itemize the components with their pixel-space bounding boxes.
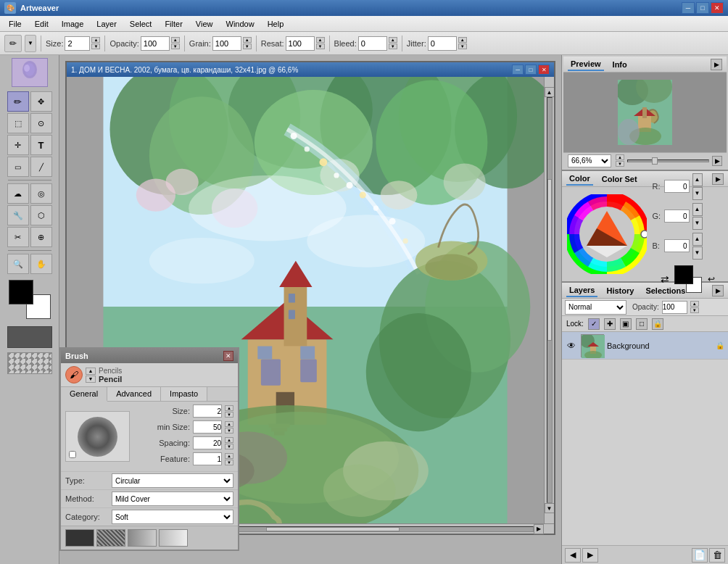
h-scroll-thumb[interactable] (266, 527, 400, 531)
bucket-tool[interactable]: ⬡ (30, 205, 52, 225)
b-input[interactable] (664, 239, 690, 252)
feature-down-btn[interactable]: ▼ (225, 460, 233, 465)
menu-window[interactable]: Window (220, 18, 260, 30)
menu-view[interactable]: View (190, 18, 219, 30)
layers-nav-left-btn[interactable]: ◀ (565, 548, 581, 563)
layer-lock-icon[interactable]: 🔒 (715, 341, 725, 351)
smudge-tool[interactable]: ☁ (7, 183, 29, 204)
resat-down-btn[interactable]: ▼ (316, 43, 325, 49)
brush-tool-btn[interactable]: ✏ (4, 35, 22, 52)
brush-next-btn[interactable]: ▼ (86, 376, 96, 383)
foreground-color-swatch[interactable] (9, 280, 33, 304)
layer-visibility-icon[interactable]: 👁 (565, 339, 578, 352)
blur-tool[interactable]: ◎ (30, 183, 52, 204)
lock-transparency-btn[interactable]: ✓ (588, 318, 600, 330)
size-down-btn[interactable]: ▼ (91, 43, 100, 49)
min-size-down-btn[interactable]: ▼ (225, 428, 233, 434)
zoom-select[interactable]: 66,6% 50% 100% (568, 154, 611, 167)
menu-help[interactable]: Help (262, 18, 290, 30)
r-input[interactable] (664, 180, 690, 193)
g-input[interactable] (664, 210, 690, 223)
opacity-input[interactable] (662, 301, 687, 314)
opacity-down-btn[interactable]: ▼ (171, 43, 180, 49)
zoom-slider-track[interactable] (627, 159, 709, 162)
g-up-btn[interactable]: ▲ (692, 203, 703, 216)
grain-input[interactable] (212, 36, 241, 51)
zoom-up-btn[interactable]: ▲ (616, 154, 624, 160)
eraser-tool[interactable]: ✥ (30, 91, 52, 112)
doc-min-btn[interactable]: ─ (512, 65, 524, 75)
eyedropper-tool[interactable]: 🔧 (7, 205, 29, 225)
menu-edit[interactable]: Edit (29, 18, 54, 30)
g-down-btn[interactable]: ▼ (692, 217, 703, 230)
brush-tab-impasto[interactable]: Impasto (161, 387, 207, 401)
min-size-up-btn[interactable]: ▲ (225, 421, 233, 427)
resat-up-btn[interactable]: ▲ (316, 37, 325, 43)
v-scroll-up-btn[interactable]: ▲ (545, 87, 555, 97)
r-down-btn[interactable]: ▼ (692, 187, 703, 200)
grain-down-btn[interactable]: ▼ (243, 43, 252, 49)
layer-item-background[interactable]: 👁 Background 🔒 (562, 332, 728, 360)
h-scroll-right-btn[interactable]: ▶ (534, 524, 544, 534)
rect-select-tool[interactable]: ⬚ (7, 113, 29, 133)
fg-color-swatch[interactable] (674, 265, 693, 284)
brush-prev-btn[interactable]: ▲ (86, 368, 96, 375)
size-up-btn[interactable]: ▲ (91, 37, 100, 43)
jitter-down-btn[interactable]: ▼ (458, 43, 467, 49)
menu-filter[interactable]: Filter (159, 18, 188, 30)
opacity-input[interactable] (141, 36, 170, 51)
blend-mode-select[interactable]: Normal Multiply Screen Overlay (565, 300, 626, 315)
menu-layer[interactable]: Layer (91, 18, 123, 30)
jitter-up-btn[interactable]: ▲ (458, 37, 467, 43)
crop-tool[interactable]: ✂ (7, 227, 29, 247)
close-button[interactable]: ✕ (711, 2, 724, 14)
swatch-3[interactable] (128, 529, 157, 547)
v-scrollbar[interactable]: ▲ ▼ (544, 77, 554, 523)
minimize-button[interactable]: ─ (682, 2, 695, 14)
color-wheel[interactable] (567, 194, 647, 274)
opacity-up-btn[interactable]: ▲ (171, 37, 180, 43)
tab-color-set[interactable]: Color Set (599, 173, 640, 185)
zoom-down-btn[interactable]: ▼ (616, 161, 624, 167)
move-tool[interactable]: ✛ (7, 135, 29, 155)
lock-position-btn[interactable]: ✚ (604, 318, 616, 330)
b-up-btn[interactable]: ▲ (692, 233, 703, 246)
v-scroll-thumb[interactable] (547, 179, 552, 341)
spacing-up-btn[interactable]: ▲ (225, 437, 233, 443)
pencil-tool[interactable]: ✏ (7, 91, 29, 112)
jitter-input[interactable] (428, 36, 457, 51)
feature-up-btn[interactable]: ▲ (225, 453, 233, 459)
brush-min-size-input[interactable] (193, 420, 222, 434)
brush-feature-input[interactable] (193, 452, 222, 465)
tab-color[interactable]: Color (566, 173, 593, 186)
tab-info[interactable]: Info (610, 59, 630, 70)
v-scroll-track[interactable] (547, 97, 553, 503)
preview-options-btn[interactable]: ▶ (711, 59, 722, 70)
size-input[interactable] (65, 36, 90, 51)
line-tool[interactable]: ╱ (30, 157, 52, 177)
menu-select[interactable]: Select (124, 18, 158, 30)
swatch-2[interactable] (96, 529, 125, 547)
doc-max-btn[interactable]: □ (525, 65, 537, 75)
b-down-btn[interactable]: ▼ (692, 246, 703, 260)
layers-options-btn[interactable]: ▶ (712, 285, 724, 296)
clone-tool[interactable]: ⊕ (30, 227, 52, 247)
brush-tab-advanced[interactable]: Advanced (107, 387, 161, 401)
brush-tab-general[interactable]: General (61, 387, 107, 402)
brush-panel-close-btn[interactable]: ✕ (223, 351, 233, 361)
layers-nav-right-btn[interactable]: ▶ (582, 548, 598, 563)
brush-shape-check[interactable] (69, 451, 76, 458)
opacity-up-btn[interactable]: ▲ (690, 301, 699, 307)
maximize-button[interactable]: □ (696, 2, 709, 14)
lock-lock-btn[interactable]: 🔒 (652, 318, 663, 330)
brush-dropdown-btn[interactable]: ▼ (25, 35, 36, 52)
spacing-down-btn[interactable]: ▼ (225, 444, 233, 449)
brush-size-up-btn[interactable]: ▲ (225, 405, 233, 411)
category-select[interactable]: Soft (112, 510, 233, 524)
swatch-1[interactable] (65, 529, 94, 547)
tab-layers[interactable]: Layers (566, 284, 597, 297)
bleed-input[interactable] (358, 36, 387, 51)
type-select[interactable]: Circular (112, 473, 233, 488)
zoom-max-btn[interactable]: ▶ (712, 156, 722, 166)
zoom-slider-thumb[interactable] (652, 157, 658, 165)
